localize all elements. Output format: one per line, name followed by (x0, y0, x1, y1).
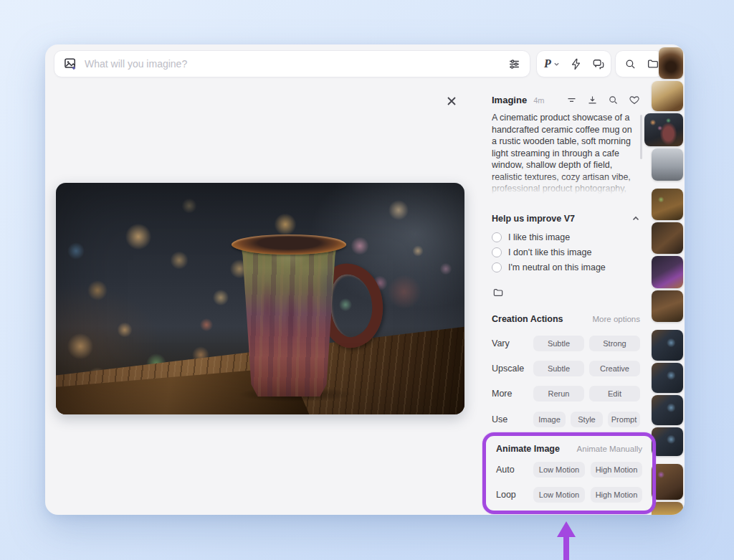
row-label: More (492, 389, 533, 399)
arrow-head (557, 521, 576, 537)
generated-image[interactable] (56, 183, 464, 414)
filter-lines-icon[interactable] (566, 95, 577, 105)
thumbnail[interactable] (652, 502, 683, 515)
creation-actions-title: Creation Actions (492, 314, 563, 324)
search-image-icon[interactable] (608, 95, 619, 105)
thumbnail[interactable] (652, 290, 683, 322)
image-title: Imagine (492, 95, 527, 105)
feedback-option-like[interactable]: I like this image (492, 232, 570, 242)
prompt-bar[interactable] (54, 50, 530, 77)
image-timestamp: 4m (533, 96, 544, 105)
highlight-box: Animate Image Animate Manually Auto Low … (482, 432, 656, 514)
radio-label: I like this image (508, 232, 570, 242)
thumbnail[interactable] (652, 363, 683, 393)
vary-strong-button[interactable]: Strong (589, 336, 640, 351)
thumbnail[interactable] (652, 330, 683, 361)
prompt-scrollbar[interactable] (640, 115, 642, 159)
row-label: Upscale (492, 364, 533, 374)
download-icon[interactable] (587, 95, 598, 105)
like-heart-icon[interactable] (629, 95, 640, 105)
animate-auto-row: Auto Low Motion High Motion (496, 462, 642, 478)
row-label: Vary (492, 338, 533, 348)
vary-row: Vary Subtle Strong (492, 336, 640, 351)
loop-high-motion-button[interactable]: High Motion (591, 487, 642, 503)
app-window: P (45, 44, 685, 515)
thumbnail[interactable] (652, 148, 683, 181)
thumbnail[interactable] (652, 395, 683, 425)
chevron-up-icon[interactable] (631, 214, 640, 223)
radio-label: I don't like this image (508, 247, 591, 257)
feedback-option-neutral[interactable]: I'm neutral on this image (492, 262, 606, 272)
thumbnail[interactable] (652, 464, 683, 500)
radio-label: I'm neutral on this image (508, 262, 606, 272)
animate-title: Animate Image (496, 444, 560, 454)
thumbnail[interactable] (652, 81, 683, 111)
use-image-button[interactable]: Image (533, 412, 566, 427)
upscale-subtle-button[interactable]: Subtle (533, 361, 584, 376)
auto-low-motion-button[interactable]: Low Motion (533, 462, 585, 478)
arrow-tail (563, 536, 569, 560)
more-row: More Rerun Edit (492, 386, 640, 402)
row-label: Auto (496, 465, 533, 475)
prompt-fade (492, 175, 637, 196)
use-prompt-button[interactable]: Prompt (608, 412, 640, 427)
loop-low-motion-button[interactable]: Low Motion (533, 487, 585, 503)
edit-button[interactable]: Edit (589, 386, 640, 402)
folder-organize-icon[interactable] (492, 287, 640, 298)
more-options-link[interactable]: More options (593, 315, 640, 323)
page-background: P (0, 0, 734, 560)
thumbnail[interactable] (652, 256, 683, 288)
detail-panel: Imagine 4m A cinemat (490, 44, 665, 515)
rerun-button[interactable]: Rerun (533, 386, 584, 402)
upscale-row: Upscale Subtle Creative (492, 361, 640, 376)
feedback-option-dislike[interactable]: I don't like this image (492, 247, 591, 257)
thumbnail[interactable] (652, 189, 683, 220)
animate-loop-row: Loop Low Motion High Motion (496, 487, 642, 503)
vary-subtle-button[interactable]: Subtle (533, 336, 584, 351)
vignette (56, 183, 464, 414)
thumbnail[interactable] (659, 47, 683, 79)
auto-high-motion-button[interactable]: High Motion (591, 462, 642, 478)
image-add-icon[interactable] (63, 57, 77, 71)
close-icon[interactable] (444, 93, 459, 109)
upscale-creative-button[interactable]: Creative (589, 361, 640, 376)
thumbnail-selected[interactable] (644, 113, 683, 146)
feedback-section-header: Help us improve V7 (492, 214, 640, 224)
prompt-input[interactable] (85, 58, 500, 70)
radio-icon[interactable] (492, 232, 502, 242)
image-header: Imagine 4m (492, 95, 640, 105)
use-style-button[interactable]: Style (571, 412, 603, 427)
creation-actions-header: Creation Actions More options (492, 314, 640, 324)
thumbnail[interactable] (652, 427, 683, 456)
row-label: Use (492, 414, 533, 424)
use-row: Use Image Style Prompt (492, 412, 640, 427)
thumbnail[interactable] (652, 222, 683, 254)
feedback-title: Help us improve V7 (492, 214, 575, 224)
animate-manually-link[interactable]: Animate Manually (577, 445, 642, 453)
animate-header: Animate Image Animate Manually (496, 444, 642, 454)
radio-icon[interactable] (492, 247, 502, 257)
radio-icon[interactable] (492, 262, 502, 272)
row-label: Loop (496, 490, 533, 500)
